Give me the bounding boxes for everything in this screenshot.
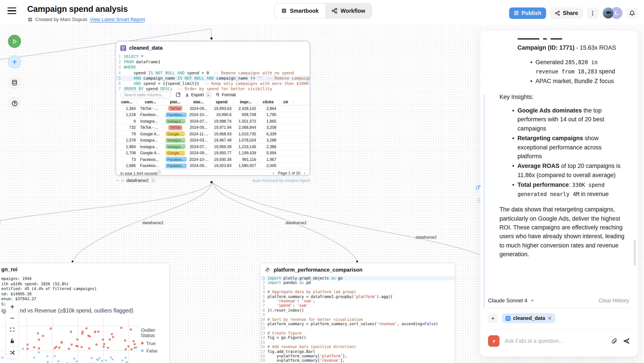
code-line[interactable]: 13# Create figure bbox=[260, 331, 455, 335]
table-row[interactable]: 1,685Faceboo...Faceboo...2024-05...19,92… bbox=[116, 163, 310, 169]
column-header[interactable]: star... bbox=[187, 100, 210, 104]
code-line[interactable]: 9 bbox=[260, 313, 455, 317]
column-header[interactable]: spend bbox=[210, 100, 234, 104]
code-line[interactable]: 2FROM dataframe1 bbox=[116, 59, 310, 65]
table-row[interactable]: 1,218Faceboo...Faceboo...2024-10-...19,9… bbox=[116, 112, 310, 118]
scatter-plot[interactable] bbox=[0, 318, 139, 363]
legend-item-true[interactable]: True bbox=[141, 340, 169, 346]
code-line[interactable]: 3WHERE bbox=[116, 65, 310, 70]
fit-view-button[interactable] bbox=[6, 324, 18, 335]
column-header[interactable]: ctr bbox=[278, 100, 294, 104]
code-line[interactable]: 15 bbox=[260, 340, 455, 344]
panel-drag-handle[interactable] bbox=[477, 198, 480, 203]
roi-node-input-handle[interactable] bbox=[72, 261, 73, 262]
tab-workflow[interactable]: Workflow bbox=[325, 4, 372, 18]
scatter-legend[interactable]: Outlier Status True False bbox=[141, 327, 169, 355]
code-line[interactable]: 12 bbox=[260, 326, 455, 331]
code-line[interactable]: 4# Aggregate data by platform (ad group) bbox=[260, 290, 455, 294]
python-node-input-handle[interactable] bbox=[356, 261, 358, 262]
add-context-button[interactable]: + bbox=[488, 313, 498, 323]
table-row[interactable]: 73Faceboo...Faceboo...2024-10-...19,930.… bbox=[116, 156, 310, 163]
add-node-button[interactable]: + bbox=[8, 55, 21, 69]
legend-item-false[interactable]: False bbox=[141, 348, 169, 353]
format-button[interactable]: Format bbox=[216, 92, 236, 97]
sql-node-cleaned-data[interactable]: SQL cleaned_data 1SELECT *2FROM datafram… bbox=[116, 41, 310, 176]
table-row[interactable]: 1,578Instagra...Instagra...2024-03...19,… bbox=[116, 137, 310, 144]
view-smart-report-link[interactable]: View Latest Smart Report bbox=[90, 17, 145, 22]
code-line[interactable]: 8}).reset_index() bbox=[260, 308, 455, 313]
attach-icon[interactable] bbox=[611, 338, 618, 344]
output-drag-handle[interactable] bbox=[151, 178, 156, 183]
column-header[interactable]: impr... bbox=[234, 100, 258, 104]
code-line[interactable]: 16# Add revenue bars (positive direction… bbox=[260, 344, 455, 349]
next-page-button[interactable]: › bbox=[304, 171, 305, 175]
code-line[interactable]: 10# Sort by revenue for better visualiza… bbox=[260, 317, 455, 322]
zoom-in-button[interactable] bbox=[6, 301, 18, 312]
more-options-button[interactable]: ⋮ bbox=[587, 7, 598, 19]
table-row[interactable]: 1,364TikTok - ...TikTok2024-09...19,993.… bbox=[116, 106, 310, 112]
table-row[interactable]: 1,984Instagra...Instagra...2024-07...19,… bbox=[116, 144, 310, 150]
expand-table-icon[interactable] bbox=[176, 92, 180, 97]
column-header[interactable]: cam... bbox=[116, 100, 138, 104]
send-icon[interactable] bbox=[623, 337, 630, 344]
python-node-campaign-roi[interactable]: gn_roi mpaigns: 1944ith ≥$10k spend: 102… bbox=[0, 263, 170, 363]
code-line[interactable]: 5platform_summary = dataframe2.groupby('… bbox=[260, 294, 455, 299]
export-button[interactable]: Export ⌄ bbox=[185, 92, 211, 98]
output-dataframe-label[interactable]: dataframe2 bbox=[126, 178, 149, 183]
table-row[interactable]: 9Instagra...Instagra...2024-07...19,988.… bbox=[116, 118, 310, 125]
code-line[interactable]: 14fig = go.Figure() bbox=[260, 335, 455, 340]
zoom-out-button[interactable] bbox=[6, 312, 18, 324]
chip-close-icon[interactable]: ✕ bbox=[548, 315, 552, 321]
lock-button[interactable] bbox=[6, 335, 18, 347]
node-input-handle[interactable] bbox=[210, 37, 212, 40]
collaborator-avatars[interactable]: L bbox=[602, 7, 622, 19]
export-dropdown-chevron[interactable]: ⌄ bbox=[206, 92, 211, 98]
context-chip-cleaned-data[interactable]: cleaned_data ✕ bbox=[502, 313, 555, 323]
menu-icon[interactable] bbox=[8, 8, 16, 15]
code-line[interactable]: 4 spend IS NOT NULL AND spend > 0 -- Rem… bbox=[116, 70, 310, 75]
code-line[interactable]: 17fig.add_trace(go.Bar( bbox=[260, 349, 455, 354]
avatar-photo[interactable] bbox=[602, 7, 614, 19]
column-header[interactable]: clicks bbox=[258, 100, 278, 104]
list-item: Average ROAS of top 20 campaigns is 11.8… bbox=[512, 162, 621, 180]
clear-history-button[interactable]: Clear History bbox=[598, 297, 629, 304]
notifications-button[interactable] bbox=[626, 7, 638, 19]
python-node-platform-performance[interactable]: platform_performance_comparison 1import … bbox=[260, 263, 455, 363]
share-button[interactable]: Share bbox=[550, 7, 583, 19]
python-code-editor[interactable]: 1import plotly.graph_objects as go2impor… bbox=[260, 276, 455, 363]
run-workflow-button[interactable] bbox=[8, 35, 21, 48]
code-line[interactable]: 18 y=platform_summary['platform'], bbox=[260, 354, 455, 358]
column-header[interactable]: cam... bbox=[138, 100, 164, 104]
prev-page-button[interactable]: ‹ bbox=[273, 171, 274, 175]
sql-code-editor[interactable]: 1SELECT *2FROM dataframe13WHERE4 spend I… bbox=[116, 54, 310, 92]
code-line[interactable]: 6 'revenue': 'sum', bbox=[260, 299, 455, 303]
chat-input[interactable] bbox=[505, 338, 606, 344]
help-button[interactable] bbox=[8, 97, 21, 110]
table-search-input[interactable] bbox=[120, 91, 171, 98]
column-header[interactable]: plat... bbox=[164, 100, 187, 104]
result-table[interactable]: cam...cam...plat...star...spendimpr...cl… bbox=[116, 99, 310, 169]
publish-button[interactable]: Publish bbox=[509, 7, 546, 19]
table-row[interactable]: 1,708Google A...Google ...2024-09...19,9… bbox=[116, 150, 310, 156]
table-row[interactable]: 732TikTok - ...TikTok2024-05...19,971.94… bbox=[116, 125, 310, 131]
code-line[interactable]: 1import plotly.graph_objects as go bbox=[260, 276, 455, 281]
code-line[interactable]: 6 AND spend > {{spend_limit}} -- Keep on… bbox=[116, 81, 310, 86]
model-selector[interactable]: Claude Sonnet 4 bbox=[488, 297, 535, 304]
code-line[interactable]: 1SELECT * bbox=[116, 54, 310, 59]
code-line[interactable]: 3 bbox=[260, 285, 455, 290]
node-output-handle[interactable] bbox=[210, 181, 212, 183]
panel-link-icon[interactable] bbox=[476, 185, 481, 190]
code-line[interactable]: 5 AND campaign_name IS NOT NULL AND camp… bbox=[116, 76, 310, 81]
info-icon[interactable]: ⓘ bbox=[158, 171, 160, 174]
code-line[interactable]: 7 'spend': 'sum' bbox=[260, 303, 455, 308]
shuffle-layout-button[interactable] bbox=[6, 347, 18, 358]
code-line[interactable]: 2import pandas as pd bbox=[260, 281, 455, 285]
panel-scrollbar[interactable] bbox=[634, 240, 636, 265]
table-row[interactable]: 79Google A...Google ...2024-11-...19,968… bbox=[116, 131, 310, 137]
code-line[interactable]: 19 x=platform_summary['revenue'], bbox=[260, 358, 455, 363]
workflow-canvas[interactable]: dataframe2 dataframe2 dataframe2 datafra… bbox=[0, 0, 644, 363]
code-line[interactable]: 11platform_summary = platform_summary.so… bbox=[260, 322, 455, 326]
tab-smartbook[interactable]: Smartbook bbox=[274, 4, 325, 18]
data-sources-button[interactable] bbox=[8, 76, 21, 89]
node-title-fragment: gn_roi bbox=[1, 266, 17, 272]
